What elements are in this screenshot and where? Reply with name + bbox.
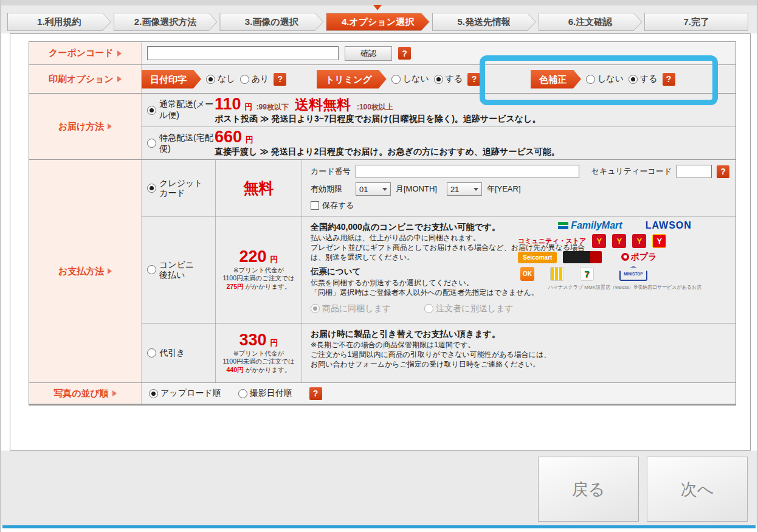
slip-include-option[interactable]: 商品に同梱します (311, 303, 391, 314)
trimming-off-option[interactable]: しない (391, 74, 429, 85)
familymart-logo: FamilyMart (571, 220, 622, 231)
photo-order-label-text: 写真の並び順 (53, 388, 109, 399)
label-arrow-icon (112, 390, 117, 396)
radio-icon[interactable] (424, 304, 433, 313)
radio-icon[interactable] (434, 75, 443, 84)
credit-card-price: 無料 (216, 160, 302, 216)
coupon-label-text: クーポンコード (49, 47, 114, 59)
konbini-price: 220 円 ※プリント代金が 1100円未満のご注文では 275円 がかかります… (216, 216, 302, 323)
payment-cod: 代引き 330 円 ※プリント代金が 1100円未満のご注文では 440円 がか… (142, 323, 736, 382)
community-store-logo: コミュニティ・ストア (518, 237, 586, 246)
y-shop-logo-icon: Y (652, 234, 666, 248)
color-correction-group: 色補正 しない する ? (514, 70, 736, 89)
print-options-row-label: 印刷オプション (29, 65, 142, 93)
step-image-selection[interactable]: 3.画像の選択 (219, 13, 323, 31)
radio-icon[interactable] (238, 389, 247, 398)
card-number-input[interactable] (356, 165, 579, 178)
date-print-help-icon[interactable]: ? (274, 73, 286, 86)
label-arrow-icon (117, 50, 122, 57)
photo-order-date-option[interactable]: 撮影日付順 (238, 388, 292, 399)
radio-icon[interactable] (629, 75, 638, 84)
coupon-help-icon[interactable]: ? (398, 47, 411, 60)
date-print-none-option[interactable]: なし (206, 74, 235, 85)
photo-order-upload-option[interactable]: アップロード順 (149, 388, 221, 399)
checkbox-icon[interactable] (311, 201, 319, 210)
coupon-confirm-button[interactable]: 確認 (345, 46, 392, 61)
wizard-steps: 1.利用規約 2.画像選択方法 3.画像の選択 4.オプション選択 5.発送先情… (7, 13, 751, 31)
trimming-help-icon[interactable]: ? (467, 73, 480, 86)
delivery-express-option: 特急配送(宅配便) 660 円 直接手渡し ≫ 発送日より2日程度でお届け。お急… (142, 126, 736, 159)
cod-price: 330 円 ※プリント代金が 1100円未満のご注文では 440円 がかかります… (216, 323, 302, 382)
familymart-logo-icon (558, 222, 568, 229)
color-correction-help-icon[interactable]: ? (663, 73, 675, 86)
konbini-radio[interactable]: コンビニ 後払い (142, 216, 216, 323)
radio-icon[interactable] (149, 389, 158, 398)
expiry-month-select[interactable]: 01 (356, 182, 391, 196)
print-options-label-text: 印刷オプション (49, 74, 114, 85)
security-code-help-icon[interactable]: ? (717, 165, 729, 178)
delivery-express-radio[interactable]: 特急配送(宅配便) (142, 133, 215, 154)
step-complete[interactable]: 7.完了 (644, 13, 748, 31)
express-price: 660 (215, 129, 242, 145)
back-button[interactable]: 戻る (538, 457, 639, 522)
seven-eleven-logo-icon: 7 (580, 267, 594, 281)
daily-yamazaki-logo-icon: Y (612, 234, 626, 248)
radio-icon[interactable] (147, 106, 156, 115)
delivery-label-text: お届け方法 (58, 121, 105, 133)
options-form-panel: クーポンコード 確認 ? 印刷オプション 日付印字 (10, 33, 751, 451)
step-terms[interactable]: 1.利用規約 (7, 13, 111, 31)
radio-icon[interactable] (586, 75, 595, 84)
radio-icon[interactable] (240, 75, 249, 84)
next-button[interactable]: 次へ (647, 457, 748, 522)
step-order-confirm[interactable]: 6.注文確認 (539, 13, 643, 31)
label-arrow-icon (108, 268, 112, 274)
radio-icon[interactable] (206, 75, 215, 84)
save-card-option[interactable]: 保存する (311, 200, 354, 211)
radio-icon[interactable] (391, 75, 401, 84)
delivery-method-row: お届け方法 通常配送(メール便) 110 円 :99枚以下 (29, 94, 736, 160)
expiry-year-select[interactable]: 21 (447, 182, 482, 196)
photo-order-row-label: 写真の並び順 (29, 383, 142, 404)
radio-icon[interactable] (147, 348, 156, 358)
standard-price: 110 (215, 96, 241, 112)
color-correction-off-option[interactable]: しない (586, 74, 624, 85)
logos-fine-print: ハマナスクラブ MMK設置店（welcia）※収納窓口サービスがあるお店 (518, 284, 732, 291)
date-print-tag: 日付印字 (142, 70, 201, 89)
trimming-on-option[interactable]: する (434, 74, 463, 85)
radio-icon[interactable] (147, 139, 156, 148)
coupon-row-label: クーポンコード (29, 42, 142, 64)
credit-card-radio[interactable]: クレジット カード (142, 160, 216, 216)
free-shipping-text: 送料無料 (295, 98, 351, 112)
active-step-pointer-icon (373, 5, 382, 10)
trimming-tag: トリミング (317, 70, 387, 89)
radio-icon[interactable] (147, 184, 156, 193)
label-arrow-icon (117, 76, 122, 82)
step-image-select-method[interactable]: 2.画像選択方法 (114, 13, 218, 31)
radio-icon[interactable] (147, 265, 156, 274)
step-option-selection[interactable]: 4.オプション選択 (326, 13, 430, 31)
photo-order-help-icon[interactable]: ? (309, 387, 322, 400)
step-shipping-info[interactable]: 5.発送先情報 (432, 13, 536, 31)
print-options-row: 印刷オプション 日付印字 なし あり ? (29, 65, 736, 94)
wizard-header: 1.利用規約 2.画像選択方法 3.画像の選択 4.オプション選択 5.発送先情… (1, 0, 757, 33)
trimming-group: トリミング しない する ? (317, 70, 514, 89)
payment-terminal-logo-icon (563, 251, 602, 263)
poplar-logo: ポプラ (621, 252, 656, 263)
bottom-accent-bar (2, 525, 756, 528)
radio-icon[interactable] (311, 304, 320, 313)
color-correction-tag: 色補正 (531, 70, 581, 89)
slip-separate-option[interactable]: 注文者に別送します (424, 303, 513, 314)
coupon-code-input[interactable] (147, 46, 339, 60)
security-code-input[interactable] (677, 165, 712, 178)
seicomart-logo: Seicomart (518, 252, 557, 263)
cod-radio[interactable]: 代引き (142, 323, 216, 382)
payment-label-text: お支払方法 (58, 266, 104, 277)
date-print-yes-option[interactable]: あり (240, 74, 269, 85)
year-suffix: 年[YEAR] (487, 184, 521, 195)
delivery-standard-radio[interactable]: 通常配送(メール便) (142, 99, 215, 121)
delivery-row-label: お届け方法 (29, 94, 142, 159)
lawson-logo: LAWSON (646, 220, 692, 231)
color-correction-on-option[interactable]: する (629, 74, 658, 85)
footer-nav: 戻る 次へ (1, 451, 757, 525)
cod-details: お届け時に製品と引き替えでお支払い頂きます。 ※長期ご不在の場合の商品保管期限は… (302, 323, 736, 382)
